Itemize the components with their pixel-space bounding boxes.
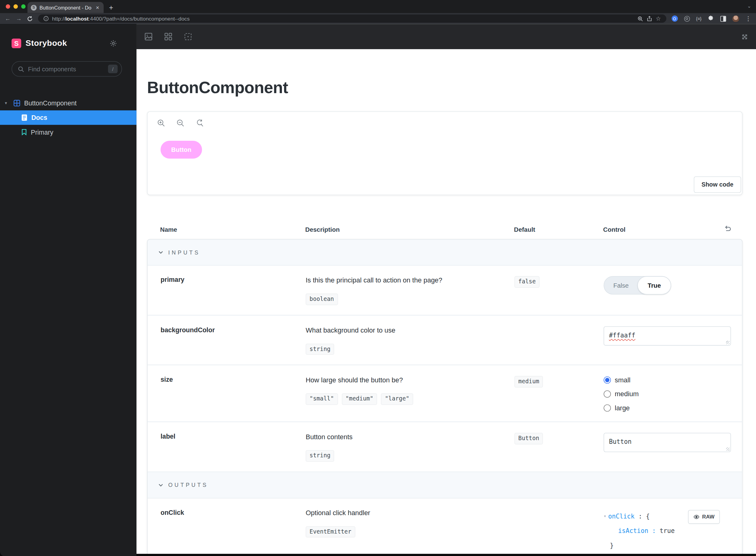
radio-option-medium[interactable]: medium [604,390,729,398]
preview-button[interactable]: Button [161,141,202,159]
eye-icon [694,514,700,520]
reload-icon[interactable] [27,16,33,22]
target-extension-icon[interactable] [684,16,690,22]
size-radio-group: small medium large [604,376,729,412]
sidebar-item-label: Primary [31,129,53,136]
default-chip: Button [514,433,543,445]
side-panel-icon[interactable] [720,16,726,22]
window-close-button[interactable] [6,4,10,9]
section-title: OUTPUTS [168,482,208,488]
grid-tool-icon[interactable] [164,32,172,41]
input-value: Button [609,438,632,446]
fullscreen-expand-icon[interactable] [741,33,749,41]
component-grid-icon [13,100,20,107]
show-code-button[interactable]: Show code [694,176,741,193]
browser-chrome: S ButtonComponent - Docs · Sto ✕ + ⌄ ← → [0,0,756,24]
raw-toggle-button[interactable]: RAW [688,510,720,524]
input-value: #ffaaff [609,331,635,339]
boolean-toggle[interactable]: False True [604,276,671,295]
column-header-default: Default [514,226,603,234]
component-tree: ▾ ButtonComponent [0,96,137,139]
json-tree-line: } [604,538,729,553]
profile-avatar[interactable] [732,15,739,22]
radio-option-small[interactable]: small [604,376,729,384]
backgroundcolor-text-input[interactable]: #ffaaff [604,326,731,345]
canvas-toolbar [137,24,756,49]
radio-large[interactable] [604,404,611,412]
extensions-puzzle-icon[interactable] [708,15,714,22]
sidebar-header: S Storybook [0,38,137,48]
window-minimize-button[interactable] [13,4,18,9]
column-header-name: Name [147,226,305,234]
search-placeholder: Find components [28,65,104,73]
bookmark-star-icon[interactable]: ☆ [656,16,661,22]
reset-controls-icon[interactable] [723,225,732,233]
chevron-down-icon [158,250,163,255]
address-bar[interactable]: http://localhost:4400/?path=/docs/button… [38,14,666,23]
main-panel: ButtonComponent [137,24,756,554]
story-preview-card: Button Show code [147,111,743,195]
search-input[interactable]: Find components / [12,61,122,76]
radio-option-large[interactable]: large [604,404,729,412]
default-chip: false [514,276,540,288]
args-table-header: Name Description Default Control [147,226,743,234]
back-icon[interactable]: ← [5,16,11,22]
search-icon [18,66,24,72]
browser-menu-icon[interactable]: ⋮ [745,15,751,22]
password-manager-icon[interactable] [672,15,678,22]
arg-row-primary: primary Is this the principal call to ac… [147,266,742,315]
document-icon [21,114,27,121]
arg-name: backgroundColor [147,326,306,355]
arg-description: Optional click handler [306,509,514,517]
label-text-input[interactable]: Button [604,433,731,452]
sidebar-item-primary[interactable]: Primary [0,125,137,139]
arg-row-backgroundcolor: backgroundColor What background color to… [147,316,742,366]
browser-tab[interactable]: S ButtonComponent - Docs · Sto ✕ [27,2,104,13]
type-chip: boolean [306,293,338,305]
forward-icon[interactable]: → [16,16,22,22]
raw-label: RAW [702,514,715,520]
storybook-logo-icon: S [12,38,21,48]
share-icon[interactable] [647,16,652,22]
preview-zoom-controls [147,112,742,127]
tree-caret-icon[interactable]: ▾ [604,514,606,519]
section-header-inputs[interactable]: INPUTS [147,239,742,266]
type-chip: string [306,344,334,355]
arg-row-size: size How large should the button be? "sm… [147,366,742,422]
zoom-in-icon[interactable] [157,119,165,127]
arg-description: How large should the button be? [306,376,514,384]
arg-description: What background color to use [306,326,514,334]
toggle-true-option[interactable]: True [637,276,671,295]
zoom-page-icon[interactable] [637,16,643,22]
tab-search-chevron-icon[interactable]: ⌄ [747,3,751,9]
section-header-outputs[interactable]: OUTPUTS [147,473,742,498]
arg-description: Is this the principal call to action on … [306,276,514,284]
type-chip: string [306,450,334,462]
toggle-false-option[interactable]: False [604,277,638,294]
radio-small[interactable] [604,376,611,384]
arg-name: primary [147,276,306,305]
new-tab-button[interactable]: + [109,2,113,12]
sidebar-item-buttoncomponent[interactable]: ▾ ButtonComponent [0,96,137,110]
radio-label: medium [615,390,639,398]
sidebar-item-docs[interactable]: Docs [0,110,137,125]
tab-close-icon[interactable]: ✕ [95,5,100,10]
expander-caret-icon[interactable]: ▾ [5,101,10,106]
image-tool-icon[interactable] [144,32,153,41]
zoom-reset-icon[interactable] [196,119,204,127]
radio-medium[interactable] [604,390,611,398]
zoom-out-icon[interactable] [176,119,185,127]
app-window: S Storybook Find components / [0,24,756,556]
window-controls [6,4,26,9]
braces-extension-icon[interactable]: {≡} [696,16,701,21]
arg-name: label [147,433,306,462]
arg-name: onClick [147,509,306,553]
arg-name: size [147,376,306,412]
arg-row-label: label Button contents string Button Butt… [147,422,742,472]
bookmark-icon [21,129,27,136]
site-info-icon[interactable] [43,16,48,21]
window-zoom-button[interactable] [21,4,26,9]
measure-tool-icon[interactable] [183,32,192,41]
gear-icon[interactable] [109,40,117,47]
radio-label: large [615,404,630,412]
